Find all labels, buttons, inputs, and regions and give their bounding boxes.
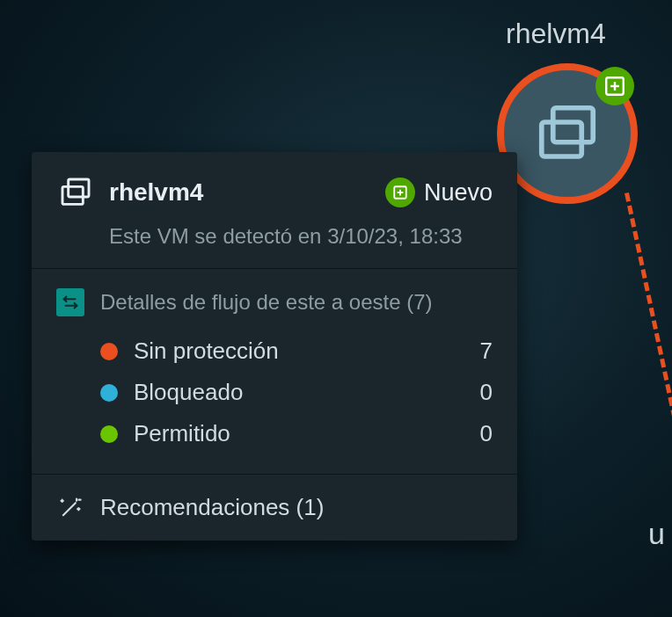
svg-rect-0: [553, 108, 594, 142]
flow-value: 0: [466, 420, 493, 447]
svg-rect-1: [542, 122, 582, 156]
card-title: rhelvm4: [109, 178, 371, 207]
flow-row-unprotected: Sin protección 7: [100, 330, 493, 372]
flow-label: Sin protección: [134, 338, 450, 365]
recommendations-label: Recomendaciones (1): [100, 494, 324, 521]
status-dot-green: [100, 425, 118, 443]
flow-row-allowed: Permitido 0: [100, 413, 493, 454]
flow-heading: Detalles de flujo de este a oeste (7): [100, 290, 433, 315]
vm-icon: [56, 173, 95, 212]
flow-section[interactable]: Detalles de flujo de este a oeste (7) Si…: [32, 269, 517, 475]
status-dot-blue: [100, 384, 118, 402]
flow-label: Bloqueado: [134, 379, 450, 406]
vm-icon: [533, 99, 602, 168]
node-new-badge: [595, 67, 634, 105]
vm-info-card: rhelvm4 Nuevo Este VM se detectó en 3/10…: [32, 152, 517, 541]
flow-list: Sin protección 7 Bloqueado 0 Permitido 0: [100, 330, 493, 454]
status-dot-red: [100, 343, 118, 360]
svg-line-12: [63, 503, 76, 515]
stray-text: u: [648, 517, 665, 551]
wand-icon: [56, 496, 84, 520]
svg-rect-5: [69, 179, 89, 197]
recommendations-section[interactable]: Recomendaciones (1): [32, 475, 517, 541]
flow-label: Permitido: [134, 420, 450, 447]
plus-square-icon: [603, 75, 626, 98]
flow-value: 7: [466, 338, 493, 365]
flow-icon: [56, 288, 84, 316]
connection-line: [625, 192, 672, 617]
flow-row-blocked: Bloqueado 0: [100, 372, 493, 413]
plus-square-icon: [385, 178, 415, 207]
svg-rect-6: [62, 186, 83, 204]
node-label: rhelvm4: [506, 18, 606, 50]
new-badge: Nuevo: [385, 178, 493, 207]
card-subtitle: Este VM se detectó en 3/10/23, 18:33: [109, 224, 493, 249]
flow-value: 0: [466, 379, 493, 406]
new-badge-text: Nuevo: [424, 179, 493, 207]
card-header: rhelvm4 Nuevo Este VM se detectó en 3/10…: [32, 152, 517, 269]
vm-node[interactable]: [497, 63, 638, 204]
